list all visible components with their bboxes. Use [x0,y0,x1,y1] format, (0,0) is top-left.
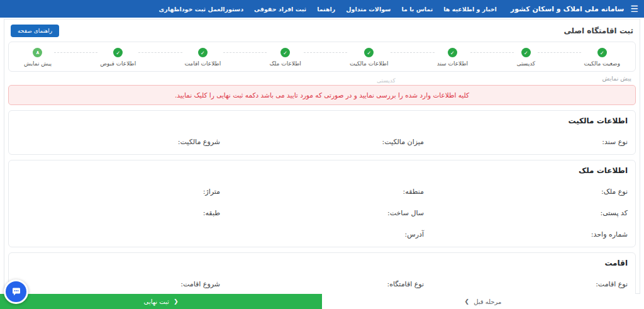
field-label: شروع مالکیت: [178,138,220,146]
step-label: اطلاعات قبوض [100,60,136,67]
chevron-left-icon: ❮ [174,299,179,305]
field-row: نوع اقامت:نوع اقامتگاه:شروع اقامت: [16,277,628,289]
step-connector [391,52,434,53]
support-fab[interactable] [4,279,28,304]
step-number-badge: ۸ [33,48,42,57]
field-label: نوع ملک: [601,188,628,196]
top-navbar: ☰ سامانه ملی املاک و اسکان کشور اخبار و … [0,0,644,18]
nav-item[interactable]: دستورالعمل ثبت خوداظهاری [158,6,243,13]
field-label: متراژ: [203,188,220,196]
check-icon: ✓ [280,48,290,57]
field-cell: نوع اقامت: [424,277,628,289]
check-icon: ✓ [364,48,374,57]
step-4[interactable]: ✓اطلاعات مالکیت [347,48,391,67]
section-title: اقامت [16,259,628,267]
step-6[interactable]: ✓اطلاعات اقامت [182,48,224,67]
field-cell [16,227,220,239]
nav-item[interactable]: راهنما [317,6,335,13]
previous-step-button[interactable]: مرحله قبل ❯ [322,294,644,309]
field-cell: کد پستی: [424,206,628,218]
step-2[interactable]: ✓کدپستی [514,48,538,67]
step-label: پیش نمایش [24,60,52,67]
field-label: شماره واحد: [591,230,628,239]
field-label: طبقه: [203,209,220,217]
postal-sub-caption: کدپستی [377,77,396,84]
field-row: نوع ملک:منطقه:متراژ: [16,184,628,196]
navbar-menu: اخبار و اطلاعیه هاتماس با ماسوالات متداو… [158,6,496,13]
wizard-footer: مرحله قبل ❯ ❮ ثبت نهایی [0,294,644,309]
active-step-caption: پیش نمایش [602,75,631,82]
step-label: کدپستی [516,60,535,67]
step-7[interactable]: ✓اطلاعات قبوض [97,48,138,67]
section-card: اطلاعات مالکیتنوع سند:میزان مالکیت:شروع … [8,110,636,155]
field-label: شروع اقامت: [180,280,220,288]
page-header: ثبت اقامتگاه اصلی راهنمای صفحه [4,20,640,42]
field-cell: منطقه: [220,184,424,196]
step-label: وضعیت مالکیت [584,60,620,67]
step-1[interactable]: ✓وضعیت مالکیت [581,48,623,67]
section-title: اطلاعات مالکیت [16,116,628,125]
step-label: اطلاعات اقامت [185,60,221,67]
section-card: اقامتنوع اقامت:نوع اقامتگاه:شروع اقامت: [8,252,636,297]
step-8[interactable]: ۸پیش نمایش [21,48,54,67]
wizard-stepper: ✓وضعیت مالکیت✓کدپستی✓اطلاعات سند✓اطلاعات… [8,42,636,72]
nav-item[interactable]: سوالات متداول [346,6,391,13]
step-connector [304,52,347,53]
page-title: ثبت اقامتگاه اصلی [564,26,633,35]
step-label: اطلاعات ملک [269,60,301,67]
check-icon: ✓ [113,48,123,57]
check-icon: ✓ [521,48,531,57]
field-label: آدرس: [405,230,424,239]
step-connector [538,52,581,53]
final-submit-button[interactable]: ❮ ثبت نهایی [0,294,322,309]
nav-item[interactable]: ثبت افراد حقوقی [254,6,306,13]
field-cell: شروع مالکیت: [16,135,220,147]
field-label: نوع سند: [602,138,628,146]
field-row: کد پستی:سال ساخت:طبقه: [16,206,628,218]
step-3[interactable]: ✓اطلاعات سند [435,48,470,67]
field-label: نوع اقامت: [596,280,628,288]
nav-item[interactable]: اخبار و اطلاعیه ها [443,6,497,13]
section-card: اطلاعات ملکنوع ملک:منطقه:متراژ:کد پستی:س… [8,160,636,247]
check-icon: ✓ [448,48,457,57]
field-cell: نوع سند: [424,135,628,147]
step-connector [470,52,514,53]
chat-icon [11,287,21,297]
field-row: شماره واحد:آدرس: [16,227,628,239]
field-cell: متراژ: [16,184,220,196]
step-label: اطلاعات سند [437,60,468,67]
chevron-right-icon: ❯ [465,299,470,305]
brand-title[interactable]: سامانه ملی املاک و اسکان کشور [511,5,625,13]
field-label: میزان مالکیت: [382,138,424,146]
field-cell: شروع اقامت: [16,277,220,289]
field-cell: نوع اقامتگاه: [220,277,424,289]
field-label: منطقه: [403,188,424,196]
field-label: کد پستی: [600,209,628,217]
field-cell: میزان مالکیت: [220,135,424,147]
step-connector [138,52,182,53]
check-icon: ✓ [198,48,208,57]
hamburger-icon[interactable]: ☰ [630,4,638,13]
review-alert: کلیه اطلاعات وارد شده را بررسی نمایید و … [8,85,636,105]
field-cell: نوع ملک: [424,184,628,196]
field-cell: طبقه: [16,206,220,218]
review-sections: اطلاعات مالکیتنوع سند:میزان مالکیت:شروع … [4,110,640,297]
page-guide-button[interactable]: راهنمای صفحه [11,25,59,37]
previous-step-label: مرحله قبل [474,298,501,305]
field-row: نوع سند:میزان مالکیت:شروع مالکیت: [16,135,628,147]
content-panel: ثبت اقامتگاه اصلی راهنمای صفحه ✓وضعیت ما… [4,19,640,294]
step-5[interactable]: ✓اطلاعات ملک [267,48,303,67]
field-cell: سال ساخت: [220,206,424,218]
field-cell: آدرس: [220,227,424,239]
field-label: نوع اقامتگاه: [387,280,424,288]
nav-item[interactable]: تماس با ما [401,6,433,13]
step-connector [54,52,97,53]
step-connector [223,52,267,53]
field-cell: شماره واحد: [424,227,628,239]
check-icon: ✓ [597,48,607,57]
field-label: سال ساخت: [387,209,424,217]
step-label: اطلاعات مالکیت [350,60,388,67]
section-title: اطلاعات ملک [16,166,628,175]
final-submit-label: ثبت نهایی [144,298,169,305]
stepper-sub-row: پیش نمایش کدپستی [4,72,640,85]
